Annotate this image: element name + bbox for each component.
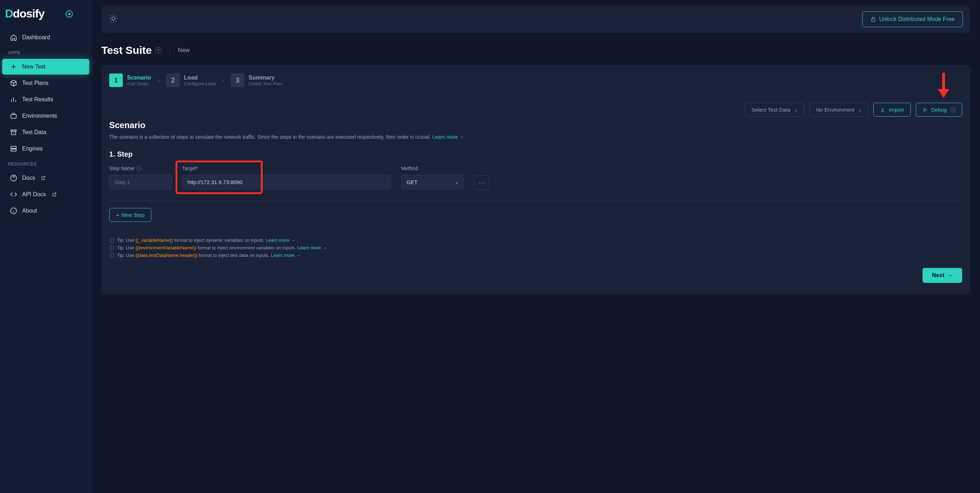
- stepper-step-2[interactable]: 2 Load Configure Load: [166, 73, 216, 87]
- sidebar-item-label: Engines: [22, 146, 43, 152]
- unlock-distributed-button[interactable]: Unlock Distributed Mode Free: [862, 11, 963, 27]
- svg-rect-0: [11, 115, 16, 118]
- field-method: Method GET ⌄: [401, 165, 464, 189]
- sidebar-item-docs[interactable]: Docs: [2, 170, 89, 186]
- step-number: 1: [109, 73, 123, 87]
- stepper-step-3[interactable]: 3 Summary Check Test Plan: [231, 73, 282, 87]
- section-label-apps: APPS: [0, 46, 91, 58]
- field-target: Target*: [182, 165, 391, 189]
- next-button[interactable]: Next →: [923, 268, 962, 283]
- info-icon: i: [109, 253, 114, 258]
- chevron-right-icon: ›: [158, 77, 160, 84]
- step-subtitle: Check Test Plan: [249, 81, 282, 86]
- scenario-description: The scenario is a collection of steps to…: [109, 133, 962, 141]
- stepper-step-1[interactable]: 1 Scenario Add Steps: [109, 73, 151, 87]
- bars-icon: [10, 96, 17, 103]
- debug-button[interactable]: Debug i: [916, 103, 962, 117]
- step-title: Load: [184, 75, 216, 81]
- target-input[interactable]: [182, 175, 391, 189]
- sidebar-item-test-plans[interactable]: Test Plans: [2, 75, 89, 91]
- sun-icon: [108, 14, 118, 24]
- info-icon: [10, 207, 17, 215]
- learn-more-link[interactable]: Learn more →: [266, 238, 295, 243]
- sidebar-item-test-data[interactable]: Test Data: [2, 124, 89, 140]
- help-icon: [10, 175, 17, 181]
- theme-toggle[interactable]: [108, 14, 118, 25]
- briefcase-icon: [10, 112, 17, 119]
- sidebar-item-test-results[interactable]: Test Results: [2, 92, 89, 107]
- tip-row: i Tip: Use {{environmentVariableName}} f…: [109, 245, 962, 250]
- content-card: 1 Scenario Add Steps › 2 Load Configure …: [101, 65, 970, 294]
- step-subtitle: Add Steps: [127, 81, 151, 86]
- plus-icon: [10, 63, 17, 70]
- page-title-text: Test Suite: [101, 44, 152, 56]
- sidebar-item-label: New Test: [22, 64, 46, 70]
- sidebar: Ddosify Dashboard APPS New Test Test Pla…: [0, 0, 91, 493]
- import-button[interactable]: Import: [873, 103, 911, 117]
- tip-row: i Tip: Use {{_variableName}} format to i…: [109, 238, 962, 243]
- box-icon: [10, 80, 17, 87]
- help-icon[interactable]: ?: [155, 47, 162, 54]
- chevron-down-icon: ⌄: [455, 180, 458, 185]
- footer: Next →: [109, 268, 962, 283]
- info-icon: i: [136, 166, 141, 171]
- sidebar-item-api-docs[interactable]: API Docs: [2, 186, 89, 202]
- sidebar-item-about[interactable]: About: [2, 203, 89, 219]
- page-subtitle: New: [178, 47, 190, 54]
- more-options-button[interactable]: ⋯: [474, 175, 490, 190]
- step-form: Step Name i Target* Method GET ⌄: [109, 165, 962, 190]
- collapse-icon[interactable]: [66, 10, 73, 17]
- svg-rect-3: [11, 146, 16, 148]
- step-title: Scenario: [127, 75, 151, 81]
- toolbar: Select Test Data ⌄ No Environment ⌄ Impo…: [109, 103, 962, 117]
- step-number: 3: [231, 73, 245, 87]
- logo: Ddosify: [0, 7, 91, 29]
- plus-icon: +: [116, 212, 119, 218]
- info-icon: i: [109, 245, 114, 250]
- separator: [170, 46, 170, 55]
- info-icon: i: [950, 107, 955, 112]
- page-header: Test Suite ? New: [101, 44, 970, 56]
- learn-more-link[interactable]: Learn more →: [271, 253, 301, 258]
- sidebar-item-environments[interactable]: Environments: [2, 108, 89, 124]
- label-target: Target*: [182, 165, 391, 171]
- page-title: Test Suite ?: [101, 44, 162, 56]
- button-label: Import: [889, 107, 904, 113]
- brand-name: Ddosify: [5, 7, 44, 20]
- step-number: 2: [166, 73, 180, 87]
- step-subtitle: Configure Load: [184, 81, 216, 86]
- learn-more-link[interactable]: Learn more →: [297, 245, 327, 250]
- new-step-button[interactable]: + New Step: [109, 208, 151, 222]
- code-icon: [10, 191, 17, 198]
- scenario-title: Scenario: [109, 120, 962, 130]
- sidebar-item-engines[interactable]: Engines: [2, 141, 89, 157]
- learn-more-link[interactable]: Learn more →: [432, 134, 464, 140]
- play-icon: [923, 107, 928, 112]
- step-name-input[interactable]: [109, 175, 172, 189]
- download-icon: [880, 107, 885, 112]
- button-label: New Step: [121, 212, 145, 218]
- info-icon: i: [109, 238, 114, 243]
- field-step-name: Step Name i: [109, 165, 172, 189]
- sidebar-item-dashboard[interactable]: Dashboard: [2, 30, 89, 45]
- external-link-icon: [41, 175, 46, 181]
- sidebar-item-label: Docs: [22, 175, 35, 181]
- svg-rect-8: [872, 19, 875, 21]
- label-method: Method: [401, 165, 464, 171]
- sidebar-item-label: Test Results: [22, 96, 53, 103]
- method-select[interactable]: GET ⌄: [401, 175, 464, 189]
- lock-icon: [870, 16, 876, 22]
- home-icon: [10, 34, 17, 41]
- select-label: No Environment: [816, 107, 855, 113]
- sidebar-item-label: Test Data: [22, 129, 46, 135]
- select-environment[interactable]: No Environment ⌄: [810, 103, 869, 117]
- main-content: Unlock Distributed Mode Free Test Suite …: [91, 0, 980, 493]
- section-label-resources: RESOURCES: [0, 157, 91, 169]
- stepper: 1 Scenario Add Steps › 2 Load Configure …: [109, 73, 962, 87]
- sidebar-item-new-test[interactable]: New Test: [2, 59, 89, 75]
- select-test-data[interactable]: Select Test Data ⌄: [745, 103, 804, 117]
- sidebar-item-label: API Docs: [22, 191, 46, 198]
- button-label: Debug: [931, 107, 947, 113]
- sidebar-item-label: Dashboard: [22, 34, 50, 41]
- external-link-icon: [52, 192, 57, 197]
